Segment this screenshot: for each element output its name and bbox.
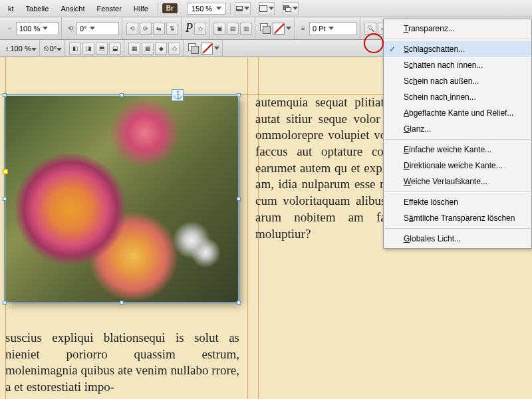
effects-menu-item[interactable]: Schein nach innen... (384, 89, 531, 105)
pathfinder-button[interactable]: ⬒ (96, 43, 108, 55)
menu-item-window[interactable]: Fenster (92, 2, 127, 15)
effects-menu-item[interactable]: Einfache weiche Kante... (384, 142, 531, 158)
flip-v-button[interactable]: ⇅ (166, 23, 178, 35)
stroke-weight-icon: ≡ (299, 24, 308, 33)
effects-dropdown-menu: Transparenz...✓Schlagschatten...Schatten… (383, 19, 532, 249)
stroke-weight-field[interactable]: 0 Pt (309, 22, 357, 35)
effects-menu-item[interactable]: Glanz... (384, 121, 531, 137)
text-column-left[interactable]: suscius expliqui blationsequi is solut a… (0, 94, 246, 399)
fill-stroke-swatch-2[interactable] (188, 43, 200, 55)
corner-options-button[interactable]: ◇ (194, 23, 206, 35)
rotate-ccw-button[interactable]: ⟲ (126, 23, 138, 35)
menu-item-help[interactable]: Hilfe (128, 2, 154, 15)
convert-shape-button-2[interactable]: ◇ (168, 43, 180, 55)
pathfinder-button-2[interactable]: ⬓ (109, 43, 121, 55)
effects-menu-item[interactable]: Schein nach außen... (384, 73, 531, 89)
scale-y-field[interactable]: 100 % (11, 45, 37, 53)
scale-x-icon: ↔ (5, 24, 15, 33)
paragraph-icon: P (186, 21, 193, 35)
scale-y-icon: ↕ (5, 45, 9, 53)
wrap-icon-2[interactable]: ▤ (227, 23, 239, 35)
menu-separator (385, 192, 530, 192)
fill-stroke-swatch[interactable] (259, 23, 271, 35)
menu-item[interactable]: kt (3, 2, 19, 15)
effects-menu-item[interactable]: Direktionale weiche Kante... (384, 158, 531, 174)
rotate-field[interactable]: 0° (76, 22, 119, 35)
scale-x-field[interactable]: 100 % (16, 22, 59, 35)
bridge-button[interactable]: Br (162, 3, 178, 13)
wrap-icon[interactable]: ▣ (213, 23, 225, 35)
effects-menu-item[interactable]: ✓Schlagschatten... (384, 41, 531, 57)
arrange-button[interactable] (283, 2, 299, 15)
menu-separator (385, 139, 530, 140)
effects-menu-item[interactable]: Abgeflachte Kante und Relief... (384, 105, 531, 121)
flip-h-button[interactable]: ⇋ (153, 23, 165, 35)
select-container-button[interactable]: ◧ (69, 43, 81, 55)
dropdown-chevron-icon[interactable] (286, 27, 291, 30)
effects-menu-item[interactable]: Weiche Verlaufskante... (384, 174, 531, 190)
shear-field[interactable]: 0° (50, 45, 63, 53)
wrap-icon-3[interactable]: ▥ (240, 23, 252, 35)
zoom-level-field[interactable]: 150 % (187, 3, 226, 15)
rotate-cw-button[interactable]: ⟳ (140, 23, 152, 35)
screen-mode-button[interactable] (259, 2, 275, 15)
menu-item-view[interactable]: Ansicht (55, 2, 90, 15)
rotate-icon: ⟲ (66, 24, 75, 33)
separator (230, 3, 231, 15)
convert-shape-button[interactable]: ◆ (155, 43, 167, 55)
view-options-button[interactable] (235, 2, 251, 15)
effects-menu-item[interactable]: Schatten nach innen... (384, 57, 531, 73)
effects-menu-item[interactable]: Effekte löschen (384, 194, 531, 210)
effects-menu-item[interactable]: Globales Licht... (384, 231, 531, 247)
select-content-button[interactable]: ◨ (82, 43, 94, 55)
distribute-button[interactable]: ▩ (142, 43, 154, 55)
separator (158, 3, 158, 15)
no-stroke-icon[interactable] (201, 43, 213, 55)
menu-item-table[interactable]: Tabelle (21, 2, 55, 15)
no-fill-icon[interactable] (273, 23, 285, 35)
menu-separator (385, 39, 530, 39)
fit-frame-button[interactable]: 🔍 (364, 23, 376, 35)
dropdown-chevron-icon[interactable] (214, 47, 219, 50)
effects-menu-item[interactable]: Sämtliche Transparenz löschen (384, 210, 531, 226)
effects-menu-item[interactable]: Transparenz... (384, 21, 531, 37)
dropdown-chevron-icon (216, 7, 221, 10)
check-icon: ✓ (389, 45, 396, 54)
shear-icon: ⦸ (44, 44, 49, 53)
menubar: kt Tabelle Ansicht Fenster Hilfe Br 150 … (0, 0, 532, 17)
menu-separator (385, 228, 530, 229)
align-button[interactable]: ▦ (128, 43, 140, 55)
